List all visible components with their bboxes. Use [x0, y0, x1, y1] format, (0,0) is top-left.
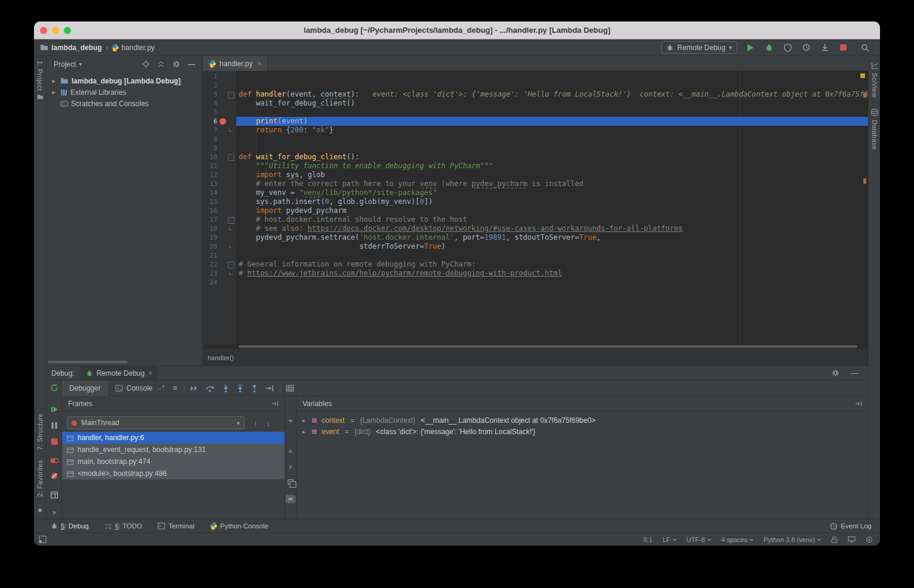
editor-line-13[interactable]: 13 # enter the correct path here to your…	[203, 180, 868, 188]
editor-hscrollbar[interactable]	[239, 345, 857, 348]
line-separator-widget[interactable]: LF	[663, 536, 677, 543]
frame-row[interactable]: <module>, bootstrap.py:486	[62, 468, 285, 479]
scroll-down-icon[interactable]: ∨	[289, 464, 293, 470]
analysis-status-indicator[interactable]	[860, 73, 865, 78]
breakpoint-slot[interactable]	[217, 126, 227, 135]
indent-widget[interactable]: 4 spaces	[721, 536, 754, 543]
gear-icon[interactable]	[832, 369, 839, 377]
gutter-cell[interactable]: 10	[203, 153, 236, 162]
breakpoint-slot[interactable]	[217, 162, 227, 171]
fold-marker[interactable]	[227, 269, 235, 278]
breakpoint-slot[interactable]	[217, 72, 227, 81]
gutter-cell[interactable]: 18	[203, 224, 236, 233]
next-frame-button[interactable]: ↓	[267, 419, 271, 428]
toolwindow-toggle-icon[interactable]	[39, 536, 47, 543]
editor-line-14[interactable]: 14 my_venv = "venv/lib/python*/site-pack…	[203, 188, 868, 197]
breakpoint-slot[interactable]	[217, 260, 227, 269]
frame-row[interactable]: main, bootstrap.py:474	[62, 456, 285, 468]
evaluate-watch-button[interactable]: ∞	[286, 495, 296, 503]
profiler-button[interactable]	[801, 42, 811, 53]
gutter-cell[interactable]: 5	[203, 108, 236, 117]
gutter-cell[interactable]: 11	[203, 162, 236, 171]
more-actions-button[interactable]: »	[52, 508, 56, 516]
tool-stripe-database[interactable]: Database	[871, 120, 878, 150]
project-hscrollbar[interactable]	[48, 361, 128, 363]
threads-view-button[interactable]	[286, 385, 294, 392]
view-breakpoints-button[interactable]	[50, 457, 58, 465]
close-session-button[interactable]: ×	[148, 369, 152, 377]
breakpoint-slot[interactable]	[217, 242, 227, 251]
editor-line-2[interactable]: 2	[203, 81, 868, 90]
run-config-selector[interactable]: Remote Debug ▾	[661, 41, 737, 54]
gutter-cell[interactable]: 6	[203, 117, 236, 126]
toolwindow-button-todo[interactable]: 6: TODO	[104, 522, 143, 530]
editor-line-3[interactable]: 3def handler(event, context):event: <cla…	[203, 90, 868, 99]
breakpoint-slot[interactable]	[217, 215, 227, 224]
thread-selector[interactable]: MainThread ▾	[67, 416, 245, 429]
previous-frame-button[interactable]: ↑	[254, 419, 258, 428]
editor-line-16[interactable]: 16 import pydevd_pycharm	[203, 206, 868, 215]
editor-line-23[interactable]: 23# https://www.jetbrains.com/help/pycha…	[203, 269, 868, 278]
gear-icon[interactable]	[172, 60, 180, 68]
editor-line-9[interactable]: 9	[203, 144, 868, 153]
gutter-cell[interactable]: 23	[203, 269, 236, 278]
breadcrumb-file[interactable]: handler.py	[122, 44, 155, 52]
tool-stripe-structure[interactable]: 7: Structure	[36, 413, 44, 450]
tab-console[interactable]: Console →*	[108, 380, 172, 396]
breakpoint-slot[interactable]	[217, 278, 227, 287]
step-into-button[interactable]	[222, 384, 230, 392]
zoom-window-button[interactable]	[64, 27, 71, 34]
gutter-cell[interactable]: 19	[203, 233, 236, 242]
inspections-indicator-icon[interactable]	[866, 536, 873, 543]
editor-line-10[interactable]: 10def wait_for_debug_client():	[203, 153, 868, 162]
breakpoint-slot[interactable]	[217, 269, 227, 278]
gutter-cell[interactable]: 16	[203, 206, 236, 215]
close-tab-button[interactable]: ×	[257, 60, 261, 68]
fold-marker[interactable]	[227, 126, 235, 135]
event-log-button[interactable]: Event Log	[830, 522, 872, 530]
tool-stripe-favorites[interactable]: 2: Favorites	[36, 460, 44, 497]
variable-row[interactable]: ▸event = {dict} <class 'dict'>: {'messag…	[297, 426, 868, 437]
add-watch-button[interactable]: +	[288, 416, 293, 425]
hamburger-menu-icon[interactable]: ≡	[173, 383, 178, 392]
hide-panel-button[interactable]: —	[188, 60, 195, 69]
gutter-cell[interactable]: 2	[203, 81, 236, 90]
breakpoint-slot[interactable]	[217, 135, 227, 144]
toolwindow-button-python-console[interactable]: Python Console	[210, 522, 268, 530]
gutter-cell[interactable]: 8	[203, 135, 236, 144]
gutter-cell[interactable]: 15	[203, 197, 236, 206]
editor-line-20[interactable]: 20 stderrToServer=True)	[203, 242, 868, 251]
breakpoint-slot[interactable]	[217, 144, 227, 153]
scroll-up-icon[interactable]: ∧	[289, 448, 293, 454]
gutter-cell[interactable]: 21	[203, 251, 236, 260]
editor-line-21[interactable]: 21	[203, 251, 868, 260]
editor-line-7[interactable]: 7 return {200: "ok"}	[203, 126, 868, 135]
interpreter-widget[interactable]: Python 3.8 (venv)	[764, 536, 821, 543]
breakpoint-slot[interactable]	[217, 171, 227, 180]
breakpoint-slot[interactable]	[217, 153, 227, 162]
tool-stripe-project[interactable]: 1: Project	[36, 61, 44, 91]
step-over-button[interactable]	[205, 384, 215, 392]
editor-line-4[interactable]: 4 wait_for_debug_client()	[203, 99, 868, 108]
breakpoint-slot[interactable]	[217, 188, 227, 197]
readonly-lock-icon[interactable]	[831, 536, 838, 543]
rerun-debugger-button[interactable]	[50, 383, 58, 392]
editor-line-15[interactable]: 15 sys.path.insert(0, glob.glob(my_venv)…	[203, 197, 868, 206]
locate-file-icon[interactable]	[142, 60, 150, 68]
breakpoint-slot[interactable]	[217, 81, 227, 90]
tab-debugger[interactable]: Debugger	[62, 380, 108, 396]
editor-line-5[interactable]: 5	[203, 108, 868, 117]
fold-marker[interactable]	[227, 224, 235, 233]
project-tree-item[interactable]: Scratches and Consoles	[47, 98, 202, 109]
breakpoint-slot[interactable]	[217, 108, 227, 117]
editor-line-19[interactable]: 19 pydevd_pycharm.settrace('host.docker.…	[203, 233, 868, 242]
step-out-button[interactable]	[251, 384, 258, 392]
force-step-into-button[interactable]	[236, 384, 244, 392]
debug-button[interactable]	[764, 42, 774, 53]
expand-chevron-icon[interactable]: ▸	[302, 429, 307, 435]
gutter-cell[interactable]: 22	[203, 260, 236, 269]
gutter-cell[interactable]: 14	[203, 188, 236, 197]
editor-line-18[interactable]: 18 # see also: https://docs.docker.com/d…	[203, 224, 868, 233]
editor-line-6[interactable]: 6 print(event)	[203, 117, 868, 126]
editor-line-24[interactable]: 24	[203, 278, 868, 287]
